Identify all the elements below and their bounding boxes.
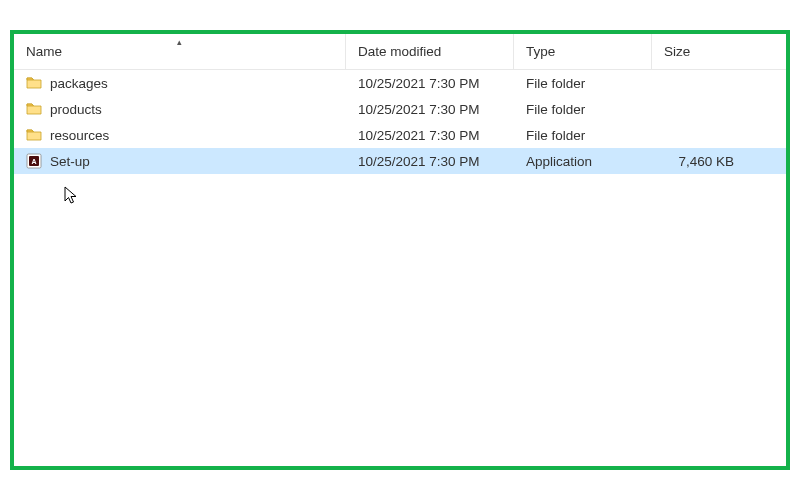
file-row[interactable]: resources10/25/2021 7:30 PMFile folder <box>14 122 786 148</box>
cell-size <box>652 96 752 122</box>
file-type-label: Application <box>526 154 592 169</box>
file-size-label: 7,460 KB <box>678 154 734 169</box>
svg-text:A: A <box>31 158 36 165</box>
explorer-frame: Name ▴ Date modified Type Size packages1… <box>10 30 790 470</box>
cell-date: 10/25/2021 7:30 PM <box>346 148 514 174</box>
column-header-name-label: Name <box>26 44 62 59</box>
cell-type: File folder <box>514 122 652 148</box>
file-date-label: 10/25/2021 7:30 PM <box>358 154 480 169</box>
cell-size <box>652 70 752 96</box>
cell-name: ASet-up <box>14 148 346 174</box>
folder-icon <box>26 101 42 117</box>
file-row[interactable]: products10/25/2021 7:30 PMFile folder <box>14 96 786 122</box>
file-list: Name ▴ Date modified Type Size packages1… <box>14 34 786 174</box>
sort-indicator-icon: ▴ <box>177 38 182 47</box>
file-type-label: File folder <box>526 128 585 143</box>
cell-type: Application <box>514 148 652 174</box>
file-name-label: packages <box>50 76 108 91</box>
file-name-label: resources <box>50 128 109 143</box>
file-date-label: 10/25/2021 7:30 PM <box>358 128 480 143</box>
column-header-name[interactable]: Name ▴ <box>14 34 346 69</box>
application-icon: A <box>26 153 42 169</box>
cell-type: File folder <box>514 96 652 122</box>
column-header-date-label: Date modified <box>358 44 441 59</box>
file-row[interactable]: ASet-up10/25/2021 7:30 PMApplication7,46… <box>14 148 786 174</box>
file-name-label: Set-up <box>50 154 90 169</box>
column-header-size-label: Size <box>664 44 690 59</box>
file-type-label: File folder <box>526 76 585 91</box>
cell-date: 10/25/2021 7:30 PM <box>346 70 514 96</box>
folder-icon <box>26 127 42 143</box>
cell-date: 10/25/2021 7:30 PM <box>346 122 514 148</box>
cell-date: 10/25/2021 7:30 PM <box>346 96 514 122</box>
cell-size: 7,460 KB <box>652 148 752 174</box>
file-name-label: products <box>50 102 102 117</box>
column-header-row: Name ▴ Date modified Type Size <box>14 34 786 70</box>
column-header-type-label: Type <box>526 44 555 59</box>
file-date-label: 10/25/2021 7:30 PM <box>358 102 480 117</box>
folder-icon <box>26 75 42 91</box>
mouse-cursor-icon <box>64 186 80 206</box>
column-header-size[interactable]: Size <box>652 34 752 69</box>
cell-name: resources <box>14 122 346 148</box>
file-date-label: 10/25/2021 7:30 PM <box>358 76 480 91</box>
file-type-label: File folder <box>526 102 585 117</box>
column-header-date[interactable]: Date modified <box>346 34 514 69</box>
column-header-type[interactable]: Type <box>514 34 652 69</box>
file-row[interactable]: packages10/25/2021 7:30 PMFile folder <box>14 70 786 96</box>
cell-size <box>652 122 752 148</box>
cell-type: File folder <box>514 70 652 96</box>
cell-name: products <box>14 96 346 122</box>
cell-name: packages <box>14 70 346 96</box>
